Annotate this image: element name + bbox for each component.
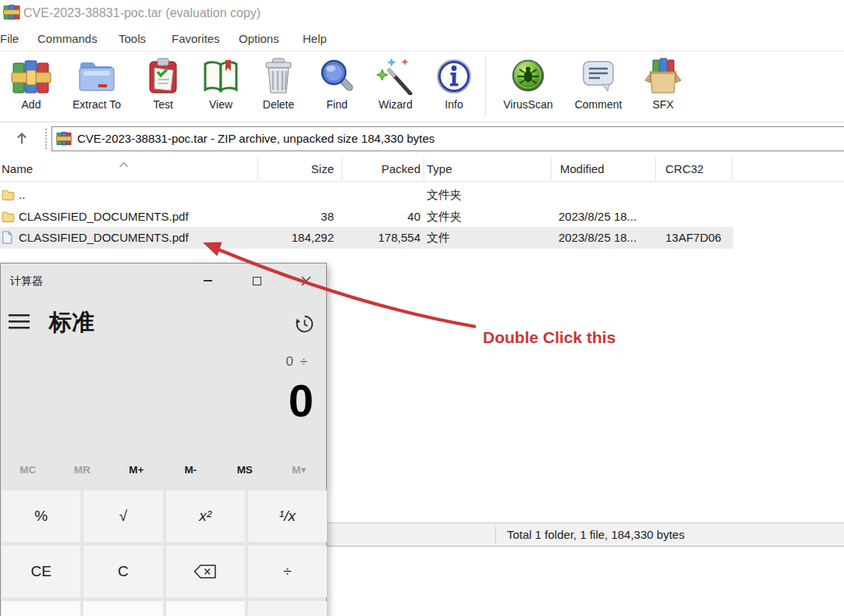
toolbar-label: Add <box>0 98 69 111</box>
up-directory-button[interactable] <box>5 125 39 151</box>
maximize-button[interactable] <box>239 268 275 293</box>
operator-button[interactable] <box>248 601 327 616</box>
square-button[interactable]: x² <box>166 490 245 542</box>
toolbar-info-button[interactable]: Info <box>417 56 491 111</box>
winrar-addressbar: CVE-2023-38831-poc.tar - ZIP archive, un… <box>0 122 844 156</box>
calculator-titlebar: 计算器 <box>1 264 326 301</box>
column-header-packed[interactable]: Packed <box>342 162 420 175</box>
close-icon <box>301 276 311 286</box>
menu-help[interactable]: Help <box>303 32 327 45</box>
backspace-icon <box>193 564 217 579</box>
memory-flyout-button[interactable]: M▾ <box>272 458 327 482</box>
calculator-mode-row: 标准 <box>1 303 326 343</box>
file-icon <box>2 231 12 246</box>
memory-add-button[interactable]: M+ <box>109 458 164 482</box>
folder-icon <box>2 210 16 225</box>
toolbar-label: Comment <box>561 98 636 111</box>
toolbar-label: VirusScan <box>491 98 566 111</box>
toolbar-comment-button[interactable]: Comment <box>561 56 636 111</box>
number-button[interactable] <box>2 601 80 616</box>
toolbar-sfx-button[interactable]: SFX <box>626 56 700 111</box>
ascending-caret-icon <box>119 157 129 170</box>
up-arrow-icon <box>15 131 29 145</box>
cell-modified: 2023/8/25 18... <box>559 231 654 244</box>
minimize-button[interactable] <box>190 268 225 293</box>
column-header-type[interactable]: Type <box>427 162 452 175</box>
calculator-expression: 0 ÷ <box>285 354 309 370</box>
cell-size: 184,292 <box>257 231 334 244</box>
menu-tools[interactable]: Tools <box>119 32 146 45</box>
cell-type: 文件 <box>427 231 544 246</box>
cell-type: 文件夹 <box>427 188 544 203</box>
comment-bubble-icon <box>561 56 636 97</box>
winrar-app-icon <box>3 4 20 24</box>
clear-button[interactable]: C <box>83 546 162 597</box>
statusbar-totals: Total 1 folder, 1 file, 184,330 bytes <box>507 523 685 546</box>
toolbar-label: Extract To <box>59 98 134 111</box>
toolbar-virusscan-button[interactable]: VirusScan <box>491 56 566 111</box>
file-row-folder[interactable]: CLASSIFIED_DOCUMENTS.pdf 38 40 文件夹 2023/… <box>0 206 733 228</box>
add-books-icon <box>0 56 69 97</box>
addressbar-gripper[interactable] <box>45 129 47 149</box>
memory-recall-button[interactable]: MR <box>55 458 110 482</box>
minimize-icon <box>204 280 212 281</box>
menu-favorites[interactable]: Favorites <box>172 32 220 45</box>
toolbar-separator <box>485 56 486 115</box>
history-button[interactable] <box>294 313 315 338</box>
hamburger-icon <box>9 313 30 330</box>
statusbar-divider <box>495 526 496 544</box>
sqrt-button[interactable]: √ <box>83 490 162 542</box>
folder-icon <box>2 188 16 204</box>
backspace-button[interactable] <box>166 546 245 597</box>
winrar-menubar: File Commands Tools Favorites Options He… <box>0 28 844 51</box>
toolbar-label: SFX <box>626 98 700 111</box>
winrar-archive-icon <box>56 131 72 150</box>
calculator-display: 0 <box>289 374 314 427</box>
extract-folder-icon <box>59 56 134 97</box>
column-header-modified[interactable]: Modified <box>560 162 605 175</box>
file-row-selected-file[interactable]: CLASSIFIED_DOCUMENTS.pdf 184,292 178,554… <box>0 227 733 249</box>
cell-size: 38 <box>257 210 334 223</box>
cell-name: .. <box>19 188 253 201</box>
hamburger-menu-button[interactable] <box>9 313 30 333</box>
cell-packed: 178,554 <box>342 231 420 244</box>
divide-button[interactable]: ÷ <box>248 546 327 597</box>
number-button[interactable] <box>166 601 245 616</box>
column-header-crc32[interactable]: CRC32 <box>665 162 704 175</box>
close-button[interactable] <box>288 268 324 293</box>
clear-entry-button[interactable]: CE <box>2 546 80 597</box>
archive-path-text: CVE-2023-38831-poc.tar - ZIP archive, un… <box>77 127 434 150</box>
memory-store-button[interactable]: MS <box>218 458 272 482</box>
cell-type: 文件夹 <box>427 210 544 225</box>
winrar-toolbar: Add Extract To <box>0 51 844 122</box>
toolbar-add-button[interactable]: Add <box>0 56 69 111</box>
toolbar-extract-button[interactable]: Extract To <box>59 56 134 111</box>
window-title: CVE-2023-38831-poc.tar (evaluation copy) <box>23 6 261 20</box>
toolbar-label: Info <box>417 98 491 111</box>
cell-crc32: 13AF7D06 <box>665 231 732 244</box>
calculator-button-grid: % √ x² ¹/x CE C ÷ <box>2 490 327 616</box>
calculator-memory-row: MC MR M+ M- MS M▾ <box>1 458 326 482</box>
menu-file[interactable]: File <box>0 32 19 45</box>
column-header-name[interactable]: Name <box>2 162 33 175</box>
cell-name: CLASSIFIED_DOCUMENTS.pdf <box>19 210 253 223</box>
reciprocal-button[interactable]: ¹/x <box>248 490 327 542</box>
menu-commands[interactable]: Commands <box>37 32 98 45</box>
cell-modified: 2023/8/25 18... <box>559 210 654 223</box>
sfx-box-icon <box>626 56 700 97</box>
number-button[interactable] <box>83 601 162 616</box>
memory-subtract-button[interactable]: M- <box>164 458 218 482</box>
archive-path-combobox[interactable]: CVE-2023-38831-poc.tar - ZIP archive, un… <box>51 126 844 151</box>
calculator-title: 计算器 <box>10 274 43 289</box>
memory-clear-button[interactable]: MC <box>1 458 55 482</box>
column-header-size[interactable]: Size <box>257 162 334 175</box>
cell-name: CLASSIFIED_DOCUMENTS.pdf <box>19 231 253 244</box>
file-row-parent[interactable]: .. 文件夹 <box>0 184 733 206</box>
calculator-window: 计算器 标准 <box>0 263 327 616</box>
screen: CVE-2023-38831-poc.tar (evaluation copy)… <box>0 0 844 616</box>
cell-packed: 40 <box>342 210 420 223</box>
calculator-mode-label: 标准 <box>49 307 94 338</box>
menu-options[interactable]: Options <box>239 32 279 45</box>
maximize-icon <box>253 277 261 285</box>
percent-button[interactable]: % <box>2 490 80 542</box>
